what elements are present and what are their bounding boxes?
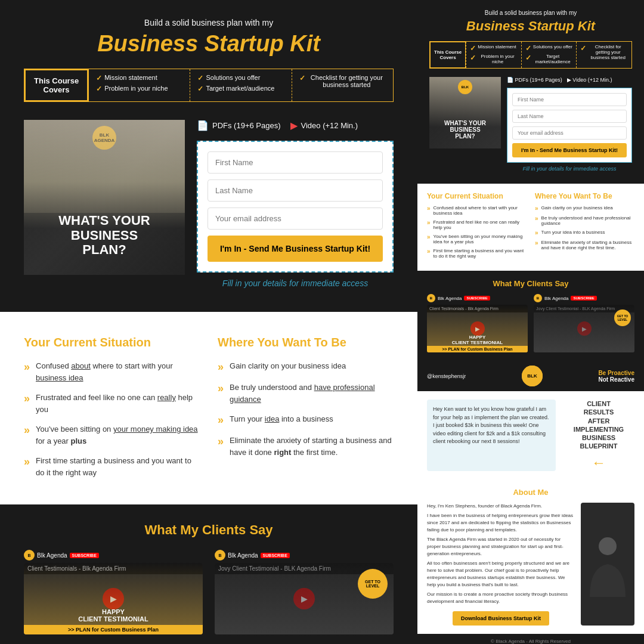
right-pdf-row: 📄 PDFs (19+6 Pages) ▶ Video (+12 Min.) [507,77,632,83]
right-access-text: Fill in your details for immediate acces… [507,166,632,172]
right-bullet: » Be truly understood and have professio… [535,215,634,226]
right-handle: @kenstephensjr [427,373,466,379]
testimonial-1-wrap: B Blk Agenda SUBSCRIBE Client Testimonia… [24,550,203,634]
want-to-be-title: Where You Want To Be [218,336,394,349]
right-submit-button[interactable]: I'm In - Send Me Business Startup Kit! [512,143,627,157]
right-course-bar: This CourseCovers ✓Mission statement ✓Pr… [429,41,632,69]
course-col-2: ✓Solutions you offer ✓Target market/audi… [190,69,292,101]
subscribe-badge[interactable]: SUBSCRIBE [70,553,99,558]
bullet-text: First time starting a business and you w… [36,455,200,478]
testimonial-row: B Blk Agenda SUBSCRIBE Client Testimonia… [24,550,394,634]
right-test-bottom-1: >> PLAN for Custom Business Plan [427,346,528,352]
svg-point-3 [599,537,617,555]
hero-subtitle: Build a solid business plan with my [24,18,394,27]
right-arrow-icon: ← [592,454,606,471]
situation-section: Your Current Situation » Confused about … [0,312,417,504]
right-channel-name: Blk Agenda [438,296,462,301]
arrow-icon: » [218,435,224,448]
hero-plan-text: WHAT'S YOUR BUSINESS PLAN? [24,213,185,257]
right-channel-name-2: Blk Agenda [544,296,568,301]
current-situation-col: Your Current Situation » Confused about … [24,336,200,487]
right-bullet: » Eliminate the anxiety of starting a bu… [535,240,634,250]
access-text: Fill in your details for immediate acces… [197,278,394,288]
form-section: 📄 PDFs (19+6 Pages) ▶ Video (+12 Min.) I… [197,120,394,288]
current-situation-title: Your Current Situation [24,336,200,349]
course-col-1: ✓Mission statement ✓Problem in your nich… [89,69,190,101]
right-proactive: @kenstephensjr BLK Be Proactive Not Reac… [417,361,644,391]
right-test-2-wrap: B Blk Agenda SUBSCRIBE Jovy Client Testi… [534,294,634,352]
right-course-col-3: ✓Checklist for getting your business sta… [576,42,631,68]
right-results-title: CLIENTRESULTSAFTERIMPLEMENTINGBUSINESSBL… [574,400,624,451]
pdf-video-row: 📄 PDFs (19+6 Pages) ▶ Video (+12 Min.) [197,120,394,131]
right-hero: Build a solid business plan with my Busi… [417,0,644,184]
submit-button[interactable]: I'm In - Send Me Business Startup Kit! [208,236,383,262]
course-covers-bar: This CourseCovers ✓Mission statement ✓Pr… [24,69,394,102]
right-test-thumb-1: Client Testimonials - Blk Agenda Firm HA… [427,305,528,352]
bullet-text: Turn your idea into a business [230,413,333,425]
want-to-be-col: Where You Want To Be » Gain clarity on y… [218,336,394,487]
bullet-text: Confused about where to start with your … [36,360,200,383]
bullet-item: » Eliminate the anxiety of starting a bu… [218,435,394,458]
arrow-icon: » [218,414,224,426]
client-testimonial-text: HAPPYCLIENT TESTIMONIAL [24,608,203,623]
arrow-icon: » [24,456,30,468]
bullet-text: Frustrated and feel like no one can real… [36,392,200,415]
arrow-icon: » [24,392,30,405]
right-channel-icon-2: B [534,294,542,302]
bullet-item: » Frustrated and feel like no one can re… [24,392,200,415]
bullet-item: » Turn your idea into a business [218,413,394,426]
right-quote-text: Hey Ken want to let you know how gratefu… [427,400,556,471]
right-about-title: About Me [427,488,634,497]
right-clients-title: What My Clients Say [427,279,634,288]
channel-name-2: Blk Agenda [228,552,258,559]
right-proactive-text: Be Proactive Not Reactive [598,370,634,383]
right-bullet: » Gain clarity on your business idea [535,205,634,212]
right-signup-form: I'm In - Send Me Business Startup Kit! [507,88,632,163]
right-download-button[interactable]: Download Business Startup Kit [453,611,549,626]
right-want-title: Where You Want To Be [535,192,634,200]
right-last-name-input[interactable] [512,110,627,123]
testimonial-thumb-1: Client Testimonials - Blk Agenda Firm HA… [24,563,203,634]
right-proactive-badge: BLK [522,366,543,386]
bullet-item: » Gain clarity on your business idea [218,360,394,373]
right-first-name-input[interactable] [512,93,627,106]
right-bullet: » First time starting a business and you… [427,248,527,259]
svg-text:BLK: BLK [527,373,537,379]
right-hero-image: BLK WHAT'S YOURBUSINESSPLAN? [429,77,501,148]
testimonial-bottom-1: >> PLAN for Custom Business Plan [24,625,203,634]
clients-section: What My Clients Say B Blk Agenda SUBSCRI… [0,504,417,644]
right-hero-subtitle: Build a solid business plan with my [429,10,632,16]
right-about: About Me Hey, I'm Ken Stephens, founder … [417,479,644,634]
right-results: CLIENTRESULTSAFTERIMPLEMENTINGBUSINESSBL… [563,400,634,471]
right-main-row: BLK WHAT'S YOURBUSINESSPLAN? 📄 PDFs (19+… [429,77,632,172]
arrow-icon: » [24,424,30,436]
right-subscribe-badge-2[interactable]: SUBSCRIBE [571,296,596,301]
right-hero-title: Business Startup Kit [429,18,632,34]
right-email-input[interactable] [512,126,627,140]
right-panel: Build a solid business plan with my Busi… [417,0,644,644]
right-test-1-wrap: B Blk Agenda SUBSCRIBE Client Testimonia… [427,294,528,352]
right-channel-icon: B [427,294,435,302]
bullet-item: » First time starting a business and you… [24,455,200,478]
signup-form: I'm In - Send Me Business Startup Kit! [197,141,394,273]
course-col-3: ✓Checklist for getting your business sta… [292,69,393,101]
right-testimonial-text: HAPPYCLIENT TESTIMONIAL [427,335,528,345]
badge-2: GET TO LEVEL [358,569,388,599]
right-current-title: Your Current Situation [427,192,527,200]
bullet-item: » Be truly understood and have professio… [218,382,394,405]
bullet-item: » Confused about where to start with you… [24,360,200,383]
channel-icon-2: B [215,550,225,561]
bullet-text: Eliminate the anxiety of starting a busi… [230,435,394,458]
email-input[interactable] [208,208,383,230]
right-testimonial-row: B Blk Agenda SUBSCRIBE Client Testimonia… [427,294,634,352]
testimonial-thumb-2: Jovy Client Testimonial - BLK Agenda Fir… [215,563,394,634]
video-label: ▶ Video (+12 Min.) [290,120,358,131]
bullet-text: You've been sitting on your money making… [36,423,200,447]
right-course-label: This CourseCovers [430,42,466,68]
pdf-icon: 📄 [197,120,209,131]
first-name-input[interactable] [208,151,383,174]
last-name-input[interactable] [208,179,383,202]
right-course-col-1: ✓Mission statement ✓Problem in your nich… [466,42,521,68]
right-subscribe-badge[interactable]: SUBSCRIBE [464,296,490,301]
subscribe-badge-2[interactable]: SUBSCRIBE [261,553,290,558]
